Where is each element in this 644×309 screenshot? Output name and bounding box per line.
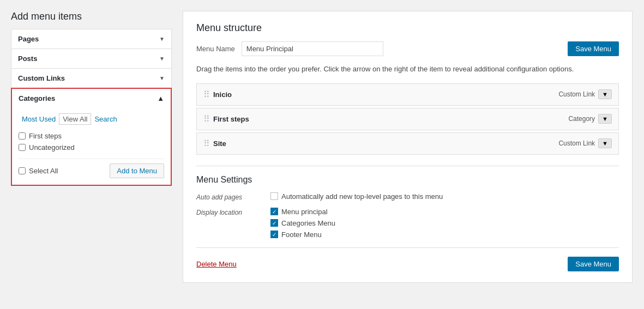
menu-item-right: Custom Link ▼ <box>558 138 612 148</box>
auto-add-option-label: Automatically add new top-level pages to… <box>281 192 443 201</box>
menu-name-row: Menu Name Save Menu <box>196 41 619 56</box>
pages-accordion[interactable]: Pages ▼ <box>11 29 172 49</box>
select-all-checkbox[interactable] <box>19 167 26 174</box>
menu-item-type: Custom Link <box>558 90 595 98</box>
menu-item-type: Custom Link <box>558 140 595 147</box>
menu-item-right: Custom Link ▼ <box>558 89 612 99</box>
pages-label: Pages <box>18 35 39 43</box>
menu-structure-title: Menu structure <box>196 22 619 34</box>
posts-accordion-header[interactable]: Posts ▼ <box>11 49 171 68</box>
uncategorized-checkbox[interactable] <box>19 144 26 151</box>
drag-handle-icon: ⠿ <box>203 138 209 149</box>
auto-add-option: Automatically add new top-level pages to… <box>270 192 443 201</box>
drag-hint: Drag the items into the order you prefer… <box>196 64 619 75</box>
categories-body: Most Used View All Search First steps Un… <box>12 108 171 185</box>
display-location-options: ✓ Menu principal ✓ Categories Menu ✓ Foo… <box>270 208 335 239</box>
categories-chevron-icon: ▲ <box>157 94 164 102</box>
posts-label: Posts <box>18 54 37 63</box>
menu-principal-label: Menu principal <box>281 208 328 216</box>
categories-header[interactable]: Categories ▲ <box>12 89 171 108</box>
display-location-row: Display location ✓ Menu principal ✓ Cate… <box>196 208 619 239</box>
tab-view-all[interactable]: View All <box>59 113 91 125</box>
select-all-text: Select All <box>29 167 58 175</box>
menu-item-left: ⠿ First steps <box>203 114 249 124</box>
menu-item[interactable]: ⠿ Site Custom Link ▼ <box>196 132 619 155</box>
left-panel: Add menu items Pages ▼ Posts ▼ Custom Li… <box>11 11 172 283</box>
menu-item[interactable]: ⠿ Inicio Custom Link ▼ <box>196 83 619 106</box>
pages-chevron-icon: ▼ <box>159 36 165 42</box>
footer-menu-checkbox[interactable]: ✓ <box>270 231 278 238</box>
divider <box>196 166 619 166</box>
right-panel: Menu structure Menu Name Save Menu Drag … <box>183 11 633 283</box>
categories-section: Categories ▲ Most Used View All Search F… <box>11 88 172 186</box>
display-option-categories-menu: ✓ Categories Menu <box>270 219 335 227</box>
menu-item-left: ⠿ Inicio <box>203 89 232 100</box>
select-all-row: Select All Add to Menu <box>19 159 164 178</box>
posts-chevron-icon: ▼ <box>159 56 165 62</box>
first-steps-label: First steps <box>29 132 62 140</box>
menu-item-name: Site <box>213 140 226 148</box>
save-menu-button-bottom[interactable]: Save Menu <box>568 257 619 271</box>
tab-most-used[interactable]: Most Used <box>19 114 59 124</box>
menu-item-name: First steps <box>213 115 249 123</box>
drag-handle-icon: ⠿ <box>203 89 209 100</box>
display-option-footer-menu: ✓ Footer Menu <box>270 231 335 239</box>
list-item: Uncategorized <box>19 142 164 153</box>
auto-add-options: Automatically add new top-level pages to… <box>270 192 443 201</box>
select-all-label: Select All <box>19 167 58 175</box>
categories-menu-label: Categories Menu <box>281 219 335 227</box>
auto-add-checkbox[interactable] <box>270 192 278 200</box>
menu-item-name: Inicio <box>213 90 232 99</box>
posts-accordion[interactable]: Posts ▼ <box>11 49 172 69</box>
menu-item[interactable]: ⠿ First steps Category ▼ <box>196 108 619 130</box>
menu-name-input[interactable] <box>242 41 383 56</box>
auto-add-label: Auto add pages <box>196 192 262 201</box>
drag-handle-icon: ⠿ <box>203 114 209 124</box>
list-item: First steps <box>19 130 164 142</box>
custom-links-accordion-header[interactable]: Custom Links ▼ <box>11 69 171 88</box>
categories-label: Categories <box>19 94 55 102</box>
menu-item-type: Category <box>568 115 595 123</box>
bottom-row: Delete Menu Save Menu <box>196 247 619 271</box>
menu-item-right: Category ▼ <box>568 114 612 124</box>
menu-principal-checkbox[interactable]: ✓ <box>270 208 278 215</box>
menu-item-expand-button[interactable]: ▼ <box>598 138 612 148</box>
uncategorized-label: Uncategorized <box>29 143 75 152</box>
categories-menu-checkbox[interactable]: ✓ <box>270 219 278 227</box>
tab-search[interactable]: Search <box>91 114 120 124</box>
delete-menu-link[interactable]: Delete Menu <box>196 260 237 268</box>
menu-settings: Menu Settings Auto add pages Automatical… <box>196 175 619 239</box>
display-location-label: Display location <box>196 208 262 216</box>
add-menu-items-title: Add menu items <box>11 11 172 22</box>
custom-links-label: Custom Links <box>18 74 65 82</box>
menu-item-expand-button[interactable]: ▼ <box>598 114 612 124</box>
auto-add-pages-row: Auto add pages Automatically add new top… <box>196 192 619 201</box>
menu-item-expand-button[interactable]: ▼ <box>598 89 612 99</box>
categories-tab-row: Most Used View All Search <box>19 113 164 125</box>
custom-links-chevron-icon: ▼ <box>159 75 165 81</box>
menu-item-left: ⠿ Site <box>203 138 226 149</box>
pages-accordion-header[interactable]: Pages ▼ <box>11 29 171 49</box>
first-steps-checkbox[interactable] <box>19 132 26 140</box>
save-menu-button-top[interactable]: Save Menu <box>568 41 619 56</box>
menu-settings-title: Menu Settings <box>196 175 619 185</box>
display-option-menu-principal: ✓ Menu principal <box>270 208 335 216</box>
custom-links-accordion[interactable]: Custom Links ▼ <box>11 68 172 88</box>
add-to-menu-button[interactable]: Add to Menu <box>110 163 164 178</box>
menu-items-list: ⠿ Inicio Custom Link ▼ ⠿ First steps Cat… <box>196 83 619 155</box>
footer-menu-label: Footer Menu <box>281 231 322 239</box>
menu-name-label: Menu Name <box>196 45 235 53</box>
categories-checkbox-list: First steps Uncategorized <box>19 130 164 153</box>
